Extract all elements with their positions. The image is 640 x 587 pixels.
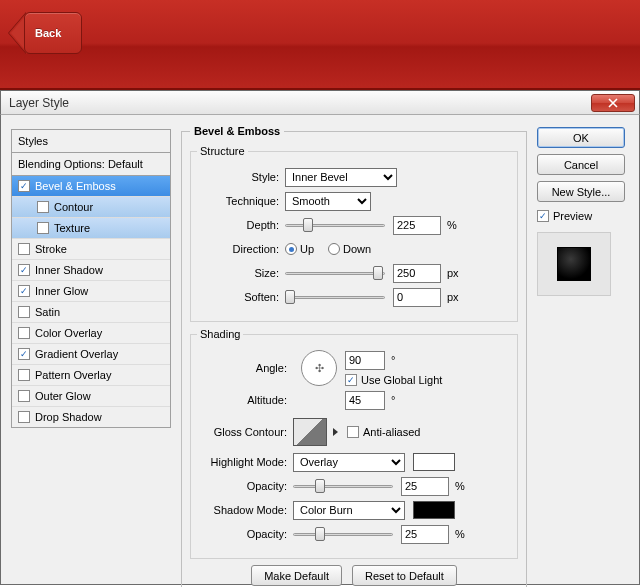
- shadow-mode-label: Shadow Mode:: [197, 504, 293, 516]
- sidebar-item-label: Outer Glow: [35, 390, 91, 402]
- direction-up-radio[interactable]: [285, 243, 297, 255]
- sidebar-item-label: Stroke: [35, 243, 67, 255]
- sidebar-header[interactable]: Styles: [12, 130, 170, 153]
- altitude-input[interactable]: [345, 391, 385, 410]
- style-select[interactable]: Inner Bevel: [285, 168, 397, 187]
- depth-unit: %: [447, 219, 457, 231]
- structure-group: Structure Style: Inner Bevel Technique: …: [190, 145, 518, 322]
- soften-unit: px: [447, 291, 459, 303]
- shading-legend: Shading: [197, 328, 243, 340]
- sidebar-item-outer-glow[interactable]: Outer Glow: [12, 386, 170, 407]
- sidebar-item-inner-glow[interactable]: Inner Glow: [12, 281, 170, 302]
- sidebar-item-label: Contour: [54, 201, 93, 213]
- angle-input[interactable]: [345, 351, 385, 370]
- bevel-emboss-group: Bevel & Emboss Structure Style: Inner Be…: [181, 125, 527, 587]
- angle-label: Angle:: [197, 362, 293, 374]
- sidebar-item-checkbox[interactable]: [18, 264, 30, 276]
- sidebar-item-checkbox[interactable]: [18, 285, 30, 297]
- bevel-emboss-title: Bevel & Emboss: [190, 125, 284, 137]
- soften-input[interactable]: [393, 288, 441, 307]
- technique-select[interactable]: Smooth: [285, 192, 371, 211]
- preview-sample-icon: [557, 247, 591, 281]
- sidebar-item-color-overlay[interactable]: Color Overlay: [12, 323, 170, 344]
- gloss-contour-label: Gloss Contour:: [197, 426, 293, 438]
- size-input[interactable]: [393, 264, 441, 283]
- back-button-wrap[interactable]: Back: [24, 12, 82, 54]
- size-unit: px: [447, 267, 459, 279]
- sidebar-item-checkbox[interactable]: [18, 327, 30, 339]
- sidebar-item-checkbox[interactable]: [18, 180, 30, 192]
- highlight-color-swatch[interactable]: [413, 453, 455, 471]
- sidebar-item-checkbox[interactable]: [18, 390, 30, 402]
- preview-checkbox[interactable]: [537, 210, 549, 222]
- back-button-label: Back: [35, 27, 61, 39]
- depth-input[interactable]: [393, 216, 441, 235]
- dialog-title: Layer Style: [9, 96, 69, 110]
- shadow-color-swatch[interactable]: [413, 501, 455, 519]
- highlight-opacity-slider[interactable]: [293, 477, 393, 495]
- highlight-mode-select[interactable]: Overlay: [293, 453, 405, 472]
- highlight-opacity-label: Opacity:: [197, 480, 293, 492]
- angle-dial[interactable]: ✣: [301, 350, 337, 386]
- sidebar-item-label: Pattern Overlay: [35, 369, 111, 381]
- direction-down-radio[interactable]: [328, 243, 340, 255]
- sidebar-item-label: Inner Glow: [35, 285, 88, 297]
- depth-slider[interactable]: [285, 216, 385, 234]
- sidebar-item-checkbox[interactable]: [18, 369, 30, 381]
- sidebar-item-pattern-overlay[interactable]: Pattern Overlay: [12, 365, 170, 386]
- settings-panel: Bevel & Emboss Structure Style: Inner Be…: [181, 125, 527, 574]
- sidebar-item-label: Drop Shadow: [35, 411, 102, 423]
- highlight-opacity-input[interactable]: [401, 477, 449, 496]
- sidebar-item-drop-shadow[interactable]: Drop Shadow: [12, 407, 170, 427]
- shadow-opacity-slider[interactable]: [293, 525, 393, 543]
- shadow-opacity-input[interactable]: [401, 525, 449, 544]
- sidebar-item-label: Texture: [54, 222, 90, 234]
- sidebar-item-label: Gradient Overlay: [35, 348, 118, 360]
- sidebar-item-checkbox[interactable]: [18, 306, 30, 318]
- sidebar-item-texture[interactable]: Texture: [12, 218, 170, 239]
- sidebar-item-inner-shadow[interactable]: Inner Shadow: [12, 260, 170, 281]
- cancel-button[interactable]: Cancel: [537, 154, 625, 175]
- back-button[interactable]: Back: [24, 12, 82, 54]
- sidebar-subheader[interactable]: Blending Options: Default: [12, 153, 170, 176]
- sidebar-item-checkbox[interactable]: [18, 348, 30, 360]
- highlight-mode-label: Highlight Mode:: [197, 456, 293, 468]
- sidebar-item-label: Inner Shadow: [35, 264, 103, 276]
- sidebar-item-checkbox[interactable]: [37, 222, 49, 234]
- size-slider[interactable]: [285, 264, 385, 282]
- new-style-button[interactable]: New Style...: [537, 181, 625, 202]
- shadow-mode-select[interactable]: Color Burn: [293, 501, 405, 520]
- soften-slider[interactable]: [285, 288, 385, 306]
- structure-legend: Structure: [197, 145, 248, 157]
- gloss-contour-picker[interactable]: [293, 418, 327, 446]
- style-label: Style:: [197, 171, 285, 183]
- close-icon: [608, 98, 618, 108]
- global-light-checkbox[interactable]: [345, 374, 357, 386]
- sidebar-item-checkbox[interactable]: [18, 411, 30, 423]
- close-button[interactable]: [591, 94, 635, 112]
- sidebar-item-bevel-emboss[interactable]: Bevel & Emboss: [12, 176, 170, 197]
- sidebar-item-checkbox[interactable]: [18, 243, 30, 255]
- sidebar-item-satin[interactable]: Satin: [12, 302, 170, 323]
- global-light-label[interactable]: Use Global Light: [361, 374, 442, 386]
- sidebar-item-gradient-overlay[interactable]: Gradient Overlay: [12, 344, 170, 365]
- sidebar-item-contour[interactable]: Contour: [12, 197, 170, 218]
- anti-aliased-label[interactable]: Anti-aliased: [363, 426, 420, 438]
- sidebar-item-checkbox[interactable]: [37, 201, 49, 213]
- crosshair-icon: ✣: [315, 362, 324, 375]
- preview-thumbnail: [537, 232, 611, 296]
- soften-label: Soften:: [197, 291, 285, 303]
- preview-label[interactable]: Preview: [553, 210, 592, 222]
- depth-label: Depth:: [197, 219, 285, 231]
- direction-down-label[interactable]: Down: [343, 243, 371, 255]
- sidebar-item-stroke[interactable]: Stroke: [12, 239, 170, 260]
- ok-button[interactable]: OK: [537, 127, 625, 148]
- sidebar-item-label: Color Overlay: [35, 327, 102, 339]
- app-top-bar: Back: [0, 0, 640, 90]
- anti-aliased-checkbox[interactable]: [347, 426, 359, 438]
- make-default-button[interactable]: Make Default: [251, 565, 342, 586]
- size-label: Size:: [197, 267, 285, 279]
- direction-up-label[interactable]: Up: [300, 243, 314, 255]
- technique-label: Technique:: [197, 195, 285, 207]
- reset-default-button[interactable]: Reset to Default: [352, 565, 457, 586]
